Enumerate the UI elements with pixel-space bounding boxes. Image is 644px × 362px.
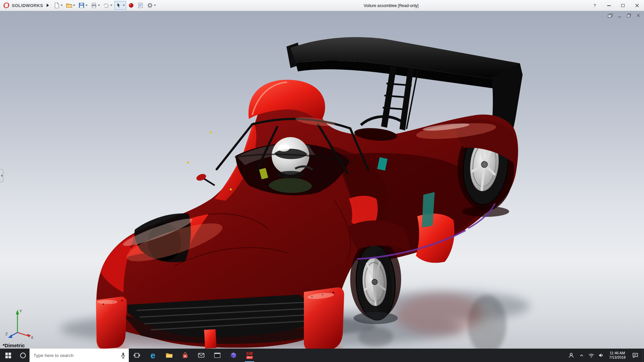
- mail-icon: [198, 352, 205, 359]
- microphone-icon[interactable]: [121, 352, 125, 359]
- windows-logo-icon: [5, 353, 11, 358]
- minimize-button[interactable]: [602, 0, 616, 11]
- side-mirror: [196, 173, 207, 182]
- taskbar-spacer: [258, 349, 566, 362]
- command-prompt-button[interactable]: [209, 349, 225, 362]
- gear-icon: [147, 2, 153, 8]
- cortana-button[interactable]: [16, 349, 30, 362]
- network-button[interactable]: [586, 349, 596, 362]
- race-car-3d-model[interactable]: [0, 11, 644, 349]
- undo-button[interactable]: [102, 1, 114, 10]
- store-bag-icon: [182, 352, 189, 359]
- dassault-systemes-logo-icon: [3, 2, 10, 9]
- taskbar-clock[interactable]: 11:46 AM 7/13/2018: [606, 349, 628, 362]
- menu-expand-arrow-icon[interactable]: [47, 4, 49, 7]
- show-desktop-button[interactable]: [642, 349, 644, 362]
- tray-overflow-button[interactable]: [577, 349, 586, 362]
- doc-minimize-button[interactable]: [616, 13, 623, 18]
- dropdown-caret-icon: [110, 5, 112, 6]
- doc-float-button[interactable]: [607, 13, 613, 18]
- save-icon: [78, 2, 85, 8]
- dropdown-caret-icon: [98, 5, 100, 6]
- print-button[interactable]: [90, 1, 101, 10]
- maximize-button[interactable]: [616, 0, 630, 11]
- solidworks-logo: SOLIDWORKS: [3, 2, 43, 9]
- command-prompt-icon: [214, 352, 221, 359]
- volume-button[interactable]: [596, 349, 606, 362]
- cortana-icon: [20, 353, 26, 358]
- search-input[interactable]: [33, 353, 118, 358]
- chevron-up-icon: [579, 353, 584, 357]
- people-icon: [568, 352, 575, 359]
- rear-deck: [354, 66, 418, 142]
- view-orientation-label: *Dimetric: [3, 343, 25, 348]
- clock-date: 7/13/2018: [609, 355, 626, 360]
- edge-icon: e: [151, 351, 155, 360]
- edge-browser-button[interactable]: e: [145, 349, 161, 362]
- wifi-icon: [588, 353, 594, 358]
- dropdown-caret-icon: [61, 5, 63, 6]
- clock-time: 11:46 AM: [610, 351, 625, 355]
- file-explorer-button[interactable]: [161, 349, 177, 362]
- display-report-button[interactable]: [136, 1, 145, 10]
- file-explorer-icon: [166, 352, 173, 359]
- front-wheel-contact-shadow: [354, 312, 398, 324]
- document-window-controls: [607, 13, 641, 18]
- close-icon: [635, 4, 639, 7]
- cube-app-icon: [230, 352, 237, 359]
- titlebar-left: SOLIDWORKS: [0, 1, 157, 10]
- doc-minimize-icon: [618, 13, 622, 18]
- doc-close-button[interactable]: [635, 13, 641, 18]
- doc-float-icon: [608, 13, 613, 18]
- new-document-button[interactable]: [52, 1, 64, 10]
- triad-y-label: Y: [19, 309, 22, 313]
- solidworks-window: SOLIDWORKS: [0, 0, 644, 362]
- action-center-icon: [632, 352, 639, 359]
- select-cursor-icon: [116, 2, 122, 8]
- dropdown-caret-icon: [86, 5, 88, 6]
- appearance-sphere-icon: [128, 2, 134, 8]
- maximize-icon: [621, 4, 625, 7]
- document-title: Voiture assomblee [Read-only]: [364, 0, 418, 11]
- help-icon: ?: [593, 3, 596, 8]
- options-button[interactable]: [146, 1, 157, 10]
- titlebar: SOLIDWORKS: [0, 0, 644, 11]
- open-button[interactable]: [65, 1, 76, 10]
- doc-close-icon: [636, 13, 640, 17]
- speaker-icon: [598, 353, 604, 358]
- orientation-triad: Y X Z: [5, 306, 35, 341]
- graphics-viewport[interactable]: Y X Z *Dimetric: [0, 11, 644, 349]
- save-button[interactable]: [77, 1, 89, 10]
- store-button[interactable]: [177, 349, 193, 362]
- taskbar: e: [0, 349, 644, 362]
- cube-app-button[interactable]: [225, 349, 241, 362]
- new-document-icon: [54, 2, 60, 8]
- triad-z-label: Z: [5, 332, 8, 336]
- task-view-button[interactable]: [129, 349, 145, 362]
- solidworks-app-icon: SW: [246, 352, 253, 356]
- mail-button[interactable]: [193, 349, 209, 362]
- window-controls: ?: [588, 0, 644, 11]
- chevron-left-icon: [1, 174, 2, 177]
- action-center-button[interactable]: [628, 349, 642, 362]
- undo-icon: [103, 2, 109, 8]
- help-button[interactable]: ?: [588, 0, 602, 11]
- taskbar-search[interactable]: [30, 349, 129, 362]
- select-tool-button[interactable]: [114, 1, 126, 10]
- dropdown-caret-icon: [154, 5, 156, 6]
- doc-restore-button[interactable]: [626, 13, 632, 18]
- report-sheet-icon: [138, 2, 144, 8]
- start-button[interactable]: [0, 349, 16, 362]
- dropdown-caret-icon: [73, 5, 75, 6]
- dropdown-caret-icon: [123, 5, 125, 6]
- solidworks-taskbar-button[interactable]: SW 2017: [241, 349, 258, 362]
- minimize-icon: [607, 5, 611, 6]
- appearances-button[interactable]: [127, 1, 136, 10]
- close-button[interactable]: [630, 0, 644, 11]
- open-folder-icon: [66, 2, 72, 8]
- app-name: SOLIDWORKS: [12, 3, 43, 8]
- people-button[interactable]: [566, 349, 577, 362]
- triad-x-label: X: [31, 336, 34, 339]
- task-view-icon: [133, 352, 140, 359]
- feature-panel-flyout-tab[interactable]: [0, 169, 3, 182]
